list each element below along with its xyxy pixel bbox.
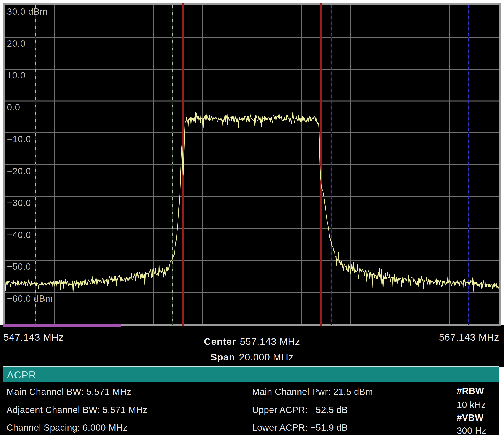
measurement-results-panel: ACPR Main Channel BW: 5.571 MHz Adjacent…	[0, 367, 499, 435]
y-axis-label: −10.0	[7, 134, 31, 144]
spectrum-analyzer-screen: 30.0 dBm20.010.00.0−10.0−20.0−30.0−40.0−…	[0, 0, 504, 440]
rbw-label: #RBW	[457, 386, 484, 396]
y-axis-label: −60.0 dBm	[7, 294, 53, 304]
y-axis-label: 0.0	[7, 102, 20, 112]
y-axis-label: −50.0	[7, 262, 31, 272]
y-axis-label: 20.0	[7, 39, 26, 49]
main-channel-pwr-readout: Main Channel Pwr: 21.5 dBm	[252, 387, 373, 397]
spectrum-plot	[0, 0, 504, 367]
center-frequency-caption: Center	[204, 336, 236, 347]
y-axis-label: −30.0	[7, 198, 31, 208]
lower-acpr-readout: Lower ACPR: −51.9 dB	[252, 423, 348, 433]
stop-frequency-label: 567.143 MHz	[439, 332, 499, 343]
y-axis-label: −20.0	[7, 166, 31, 176]
span-label: Span20.000 MHz	[0, 352, 504, 363]
display-line-indicator	[3, 324, 121, 327]
span-value: 20.000 MHz	[239, 352, 294, 363]
vbw-label: #VBW	[457, 413, 483, 423]
y-axis-label: 30.0 dBm	[7, 7, 48, 17]
center-frequency-value: 557.143 MHz	[240, 336, 300, 347]
measurement-title: ACPR	[7, 369, 36, 381]
vbw-value: 300 Hz	[457, 426, 486, 436]
rbw-value: 10 kHz	[457, 400, 486, 410]
upper-acpr-readout: Upper ACPR: −52.5 dB	[252, 405, 348, 415]
main-channel-bw-readout: Main Channel BW: 5.571 MHz	[6, 387, 131, 397]
center-frequency-label: Center557.143 MHz	[0, 336, 504, 347]
measurement-title-bar: ACPR	[3, 366, 499, 382]
y-axis-label: −40.0	[7, 230, 31, 240]
span-caption: Span	[210, 352, 235, 363]
adjacent-channel-bw-readout: Adjacent Channel BW: 5.571 MHz	[6, 405, 147, 415]
channel-spacing-readout: Channel Spacing: 6.000 MHz	[6, 423, 127, 433]
y-axis-label: 10.0	[7, 70, 26, 80]
